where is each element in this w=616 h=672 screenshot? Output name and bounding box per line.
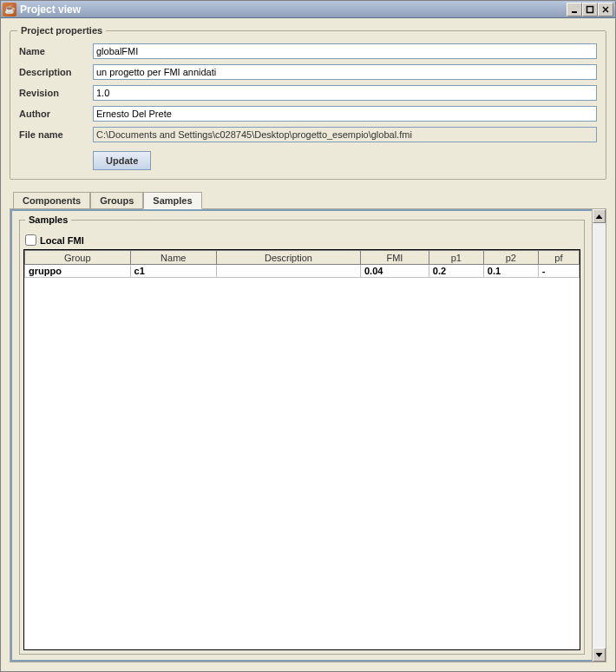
col-name[interactable]: Name [130,251,216,265]
update-button[interactable]: Update [93,151,151,170]
cell-name[interactable]: c1 [130,265,216,278]
filename-row: File name [19,127,597,142]
tab-groups[interactable]: Groups [90,192,143,208]
cell-pf[interactable]: - [538,265,579,278]
scroll-up-icon[interactable] [593,209,606,223]
samples-group: Samples Local FMI Group Name [19,220,585,655]
samples-table-wrap: Group Name Description FMI p1 p2 pf [23,249,580,650]
col-group[interactable]: Group [25,251,131,265]
name-label: Name [19,46,93,56]
content-area: Project properties Name Description Revi… [1,18,615,671]
revision-input[interactable] [93,85,597,101]
scroll-down-icon[interactable] [593,648,606,662]
cell-p1[interactable]: 0.2 [429,265,483,278]
description-label: Description [19,67,93,77]
scroll-track[interactable] [593,223,606,648]
local-fmi-label: Local FMI [40,235,84,246]
col-fmi[interactable]: FMI [360,251,429,265]
description-row: Description [19,64,597,80]
close-button[interactable] [598,3,613,16]
project-properties-group: Project properties Name Description Revi… [10,30,606,180]
svg-marker-5 [596,652,603,656]
revision-label: Revision [19,88,93,98]
titlebar[interactable]: ☕ Project view [1,1,615,18]
project-properties-legend: Project properties [17,25,106,36]
samples-legend: Samples [25,214,71,225]
samples-panel-inner: Samples Local FMI Group Name [10,209,592,662]
name-input[interactable] [93,43,597,59]
revision-row: Revision [19,85,597,101]
filename-input [93,127,597,142]
local-fmi-row: Local FMI [25,234,580,246]
tab-panel: Samples Local FMI Group Name [10,208,606,662]
project-view-window: ☕ Project view Project properties Name D… [0,0,616,672]
cell-p2[interactable]: 0.1 [483,265,538,278]
cell-fmi[interactable]: 0.04 [360,265,429,278]
author-input[interactable] [93,106,597,122]
cell-description[interactable] [216,265,360,278]
tab-components[interactable]: Components [13,192,90,208]
filename-label: File name [19,129,93,140]
author-row: Author [19,106,597,122]
col-p1[interactable]: p1 [429,251,483,265]
author-label: Author [19,109,93,119]
col-p2[interactable]: p2 [483,251,538,265]
svg-marker-4 [596,214,603,218]
name-row: Name [19,43,597,59]
description-input[interactable] [93,64,597,80]
cell-group[interactable]: gruppo [25,265,131,278]
window-controls [567,3,613,16]
window-title: Project view [20,3,567,16]
vertical-scrollbar[interactable] [592,209,606,662]
maximize-button[interactable] [582,3,598,16]
java-app-icon: ☕ [3,3,16,16]
table-header-row: Group Name Description FMI p1 p2 pf [25,251,580,265]
tab-samples[interactable]: Samples [143,192,201,209]
col-pf[interactable]: pf [538,251,579,265]
local-fmi-checkbox[interactable] [25,234,36,246]
svg-rect-1 [587,6,593,12]
tab-strip: Components Groups Samples [10,192,606,208]
minimize-button[interactable] [567,3,582,16]
samples-table[interactable]: Group Name Description FMI p1 p2 pf [24,250,580,278]
table-row[interactable]: gruppo c1 0.04 0.2 0.1 - [25,265,580,278]
col-description[interactable]: Description [216,251,360,265]
tabs-area: Components Groups Samples Samples Local … [10,192,606,662]
